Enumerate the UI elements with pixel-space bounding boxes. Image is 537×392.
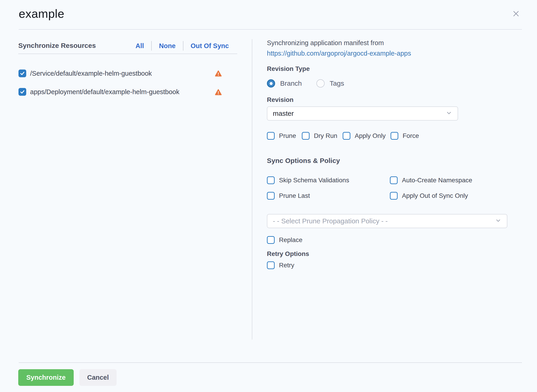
close-icon[interactable] <box>511 9 521 19</box>
option-replace: Replace <box>267 236 303 244</box>
chevron-down-icon <box>446 110 452 117</box>
footer-divider <box>19 362 522 363</box>
apply-only-checkbox[interactable] <box>343 132 350 140</box>
prune-label: Prune <box>279 132 296 140</box>
filter-none-link[interactable]: None <box>158 42 176 50</box>
resource-checkbox[interactable] <box>19 88 26 96</box>
option-prune-last: Prune Last <box>267 192 310 200</box>
revision-select-value: master <box>273 110 294 117</box>
radio-branch[interactable]: Branch <box>267 79 302 88</box>
manifest-source-label: Synchronizing application manifest from <box>267 39 384 47</box>
dry-run-checkbox[interactable] <box>302 132 309 140</box>
resources-header-underline <box>18 54 237 54</box>
resource-checkbox[interactable] <box>19 70 26 77</box>
radio-tags[interactable]: Tags <box>316 79 344 88</box>
skip-schema-validations-checkbox[interactable] <box>267 176 275 184</box>
filter-all-link[interactable]: All <box>135 42 145 50</box>
revision-heading: Revision <box>267 96 294 103</box>
option-skip-schema-validations: Skip Schema Validations <box>267 176 349 184</box>
flag-dry-run: Dry Run <box>302 132 337 140</box>
flag-apply-only: Apply Only <box>343 132 385 140</box>
apply-out-of-sync-only-label: Apply Out of Sync Only <box>402 192 468 199</box>
warning-icon <box>215 70 222 78</box>
option-auto-create-namespace: Auto-Create Namespace <box>390 176 472 184</box>
resource-filter-group: All None Out Of Sync <box>135 41 230 51</box>
warning-icon <box>215 89 222 97</box>
sync-options-heading: Sync Options & Policy <box>267 157 340 164</box>
replace-checkbox[interactable] <box>267 236 275 244</box>
resource-name: /Service/default/example-helm-guestbook <box>30 70 152 77</box>
page-title: example <box>19 7 64 20</box>
title-divider <box>19 29 522 30</box>
retry-label: Retry <box>279 262 294 269</box>
flag-force: Force <box>390 132 419 140</box>
panel-divider <box>252 39 252 340</box>
dry-run-label: Dry Run <box>314 132 337 140</box>
radio-branch-label: Branch <box>280 79 302 87</box>
resource-row: apps/Deployment/default/example-helm-gue… <box>19 88 179 96</box>
prune-last-checkbox[interactable] <box>267 192 275 200</box>
flag-prune: Prune <box>267 132 296 140</box>
replace-label: Replace <box>279 236 303 244</box>
revision-type-heading: Revision Type <box>267 65 310 72</box>
radio-tags-control[interactable] <box>316 79 325 88</box>
prune-checkbox[interactable] <box>267 132 275 140</box>
option-apply-out-of-sync-only: Apply Out of Sync Only <box>390 192 468 200</box>
apply-only-label: Apply Only <box>355 132 385 140</box>
retry-options-heading: Retry Options <box>267 250 309 257</box>
force-checkbox[interactable] <box>390 132 398 140</box>
retry-checkbox[interactable] <box>267 261 275 269</box>
auto-create-namespace-checkbox[interactable] <box>390 176 398 184</box>
manifest-repo-link[interactable]: https://github.com/argoproj/argocd-examp… <box>267 50 411 57</box>
synchronize-resources-heading: Synchronize Resources <box>18 42 96 49</box>
filter-out-of-sync-link[interactable]: Out Of Sync <box>190 42 230 50</box>
resource-row: /Service/default/example-helm-guestbook <box>19 70 152 77</box>
skip-schema-validations-label: Skip Schema Validations <box>279 177 349 184</box>
resource-name: apps/Deployment/default/example-helm-gue… <box>30 88 179 96</box>
radio-tags-label: Tags <box>330 79 344 87</box>
auto-create-namespace-label: Auto-Create Namespace <box>402 177 472 184</box>
apply-out-of-sync-only-checkbox[interactable] <box>390 192 398 200</box>
revision-select[interactable]: master <box>267 107 458 121</box>
prune-propagation-policy-placeholder: - - Select Prune Propagation Policy - - <box>273 217 388 225</box>
synchronize-button[interactable]: Synchronize <box>18 369 74 386</box>
cancel-button[interactable]: Cancel <box>79 369 117 386</box>
revision-type-radio-group: Branch Tags <box>267 79 359 88</box>
filter-separator <box>183 41 183 51</box>
force-label: Force <box>403 132 419 140</box>
option-retry: Retry <box>267 261 294 269</box>
prune-propagation-policy-select[interactable]: - - Select Prune Propagation Policy - - <box>267 214 507 228</box>
prune-last-label: Prune Last <box>279 192 310 199</box>
filter-separator <box>151 41 152 51</box>
chevron-down-icon <box>495 217 501 225</box>
radio-branch-control[interactable] <box>267 79 275 88</box>
